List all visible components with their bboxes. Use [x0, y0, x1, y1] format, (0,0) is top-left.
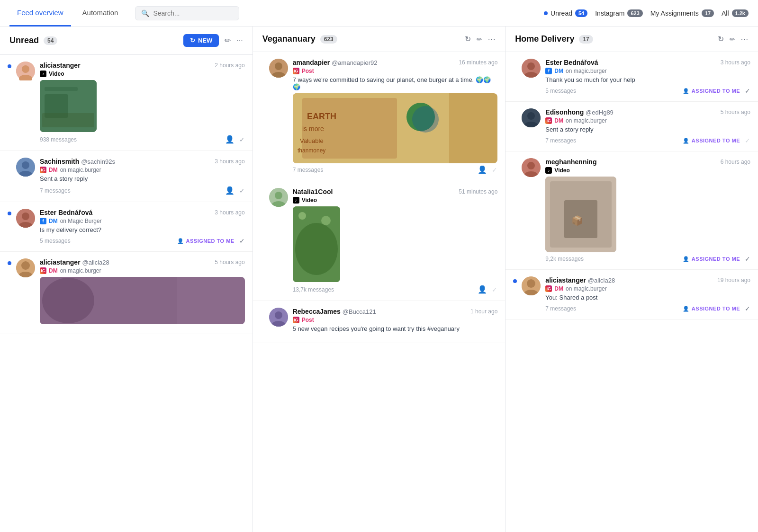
avatar-image [16, 62, 35, 80]
facebook-icon: f [40, 218, 46, 224]
edit-home-delivery-icon[interactable] [730, 35, 735, 44]
search-icon: 🔍 [141, 9, 149, 17]
conversation-actions: 👤 ASSIGNED TO ME ✓ [683, 255, 750, 263]
svg-point-35 [298, 212, 306, 220]
conversation-body: aliciastanger 2 hours ago ♪ Video [40, 62, 245, 144]
svg-point-38 [275, 311, 282, 319]
svg-point-29 [412, 106, 439, 133]
check-icon[interactable]: ✓ [239, 187, 245, 195]
conversation-image: 📦 [545, 177, 616, 252]
conversation-item[interactable]: Ester Bednářová 3 hours ago f DM on magi… [505, 52, 758, 102]
tab-feed-overview[interactable]: Feed overview [9, 0, 71, 27]
svg-point-1 [22, 65, 29, 73]
image-thumbnail [40, 80, 97, 132]
refresh-home-delivery-icon[interactable] [718, 35, 724, 44]
conversation-item[interactable]: meghanhenning 6 hours ago ♪ Video 📦 [505, 151, 758, 270]
conversation-item[interactable]: Sachinsmith @sachin92s 3 hours ago IG DM… [0, 151, 253, 202]
check-icon[interactable]: ✓ [239, 237, 245, 245]
assign-icon[interactable]: 👤 [478, 165, 487, 174]
column-unread-title: Unread [9, 35, 39, 45]
refresh-small-icon: ↻ [190, 37, 195, 44]
edit-unread-icon[interactable]: ✏ [225, 36, 231, 45]
check-icon[interactable]: ✓ [745, 255, 750, 263]
column-home-delivery-title: Home Delivery [515, 34, 574, 44]
unread-conversation-list: aliciastanger 2 hours ago ♪ Video [0, 55, 253, 532]
check-icon[interactable]: ✓ [745, 305, 750, 312]
search-box[interactable]: 🔍 [135, 6, 239, 20]
conversation-item[interactable]: RebeccaJames @Bucca121 1 hour ago IG Pos… [253, 301, 505, 343]
person-icon: 👤 [683, 138, 690, 144]
svg-rect-6 [42, 113, 94, 127]
check-icon[interactable]: ✓ [492, 286, 497, 293]
check-icon[interactable]: ✓ [745, 87, 750, 95]
unread-indicator [513, 111, 517, 115]
new-button[interactable]: ↻ NEW [183, 34, 219, 47]
unread-dot [544, 11, 548, 15]
column-home-delivery-header: Home Delivery 17 [505, 27, 758, 52]
avatar [16, 158, 35, 177]
unread-indicator [8, 261, 11, 265]
search-input[interactable] [153, 9, 233, 17]
conversation-item[interactable]: Edisonhong @edHg89 5 hours ago IG DM on … [505, 102, 758, 151]
svg-point-14 [21, 261, 30, 270]
avatar [16, 258, 35, 277]
conversation-item[interactable]: aliciastanger 2 hours ago ♪ Video [0, 55, 253, 151]
filter-unread[interactable]: Unread 54 [544, 9, 587, 17]
image-thumbnail: 📦 [545, 177, 616, 252]
conversation-actions: 👤 ✓ [225, 135, 245, 144]
more-vegananuary-icon[interactable] [488, 35, 496, 44]
check-icon[interactable]: ✓ [239, 136, 245, 143]
assign-icon[interactable]: 👤 [225, 186, 235, 195]
tiktok-icon: ♪ [545, 167, 552, 174]
image-thumbnail [293, 206, 340, 282]
conversation-actions: 👤 ✓ [478, 165, 497, 174]
filter-instagram[interactable]: Instagram 623 [595, 9, 643, 17]
vegananuary-conversation-list: amandapier @amandapier92 16 minutes ago … [253, 52, 505, 532]
assigned-badge: 👤 ASSIGNED TO ME [683, 88, 740, 94]
assigned-badge: 👤 ASSIGNED TO ME [177, 238, 235, 244]
conversation-actions: 👤 ASSIGNED TO ME ✓ [683, 305, 750, 312]
avatar-image [522, 158, 541, 177]
assign-icon[interactable]: 👤 [225, 135, 235, 144]
conversation-item[interactable]: Ester Bednářová 3 hours ago f DM on Magi… [0, 202, 253, 252]
image-thumbnail [40, 277, 177, 324]
edit-vegananuary-icon[interactable] [477, 35, 482, 44]
conversation-item[interactable]: amandapier @amandapier92 16 minutes ago … [253, 52, 505, 181]
conversation-body: aliciastanger @alicia28 5 hours ago IG D… [40, 258, 245, 327]
svg-text:thanmoney: thanmoney [298, 147, 325, 154]
svg-point-41 [527, 62, 535, 70]
person-icon: 👤 [683, 88, 690, 94]
column-home-delivery: Home Delivery 17 [505, 27, 758, 532]
column-vegananuary: Vegananuary 623 [253, 27, 506, 532]
tab-automation[interactable]: Automation [75, 0, 126, 27]
unread-indicator [8, 160, 11, 164]
filter-all[interactable]: All 1.2k [722, 9, 749, 17]
column-vegananuary-badge: 623 [320, 35, 337, 44]
unread-indicator [261, 191, 264, 195]
filter-my-assignments[interactable]: My Assignments 17 [650, 9, 714, 17]
conversation-item[interactable]: aliciastanger @alicia28 5 hours ago IG D… [0, 252, 253, 334]
conversation-image [293, 206, 340, 282]
conversation-image: EARTH is more Valuable thanmoney [293, 93, 498, 163]
svg-point-44 [527, 112, 535, 120]
unread-indicator [261, 310, 264, 314]
conversation-body: Natalia1Cool 51 minutes ago ♪ Video [293, 188, 498, 294]
conversation-body: Ester Bednářová 3 hours ago f DM on Magi… [40, 209, 245, 245]
check-icon[interactable]: ✓ [745, 137, 750, 144]
check-icon[interactable]: ✓ [492, 166, 497, 174]
conversation-item[interactable]: aliciastanger @alicia28 19 hours ago IG … [505, 270, 758, 319]
main-header: Feed overview Automation 🔍 Unread 54 Ins… [0, 0, 758, 27]
assign-icon[interactable]: 👤 [478, 285, 487, 294]
more-unread-icon[interactable]: ··· [236, 36, 243, 45]
more-home-delivery-icon[interactable] [741, 35, 749, 44]
svg-text:📦: 📦 [571, 215, 583, 226]
avatar-image [16, 209, 35, 228]
instagram-icon: IG [40, 167, 46, 173]
conversation-actions: 👤 ASSIGNED TO ME ✓ [683, 137, 750, 144]
conversation-item[interactable]: Natalia1Cool 51 minutes ago ♪ Video [253, 181, 505, 301]
avatar [522, 158, 541, 177]
tiktok-icon: ♪ [293, 197, 299, 204]
person-icon: 👤 [683, 256, 690, 262]
refresh-vegananuary-icon[interactable] [465, 35, 471, 44]
column-vegananuary-header: Vegananuary 623 [253, 27, 505, 52]
